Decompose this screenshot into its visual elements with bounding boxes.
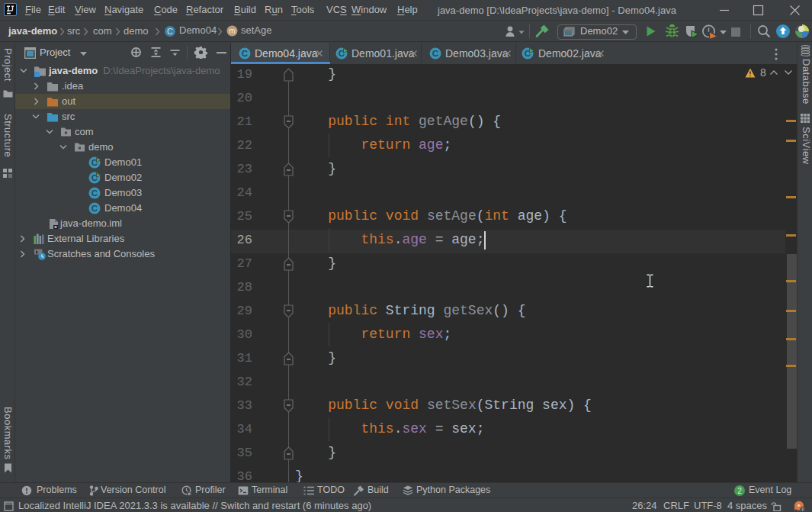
svg-text:C: C [242, 49, 248, 58]
svg-text:C: C [91, 204, 98, 213]
svg-text:C: C [167, 27, 173, 36]
svg-text:m: m [229, 27, 235, 35]
svg-text:C: C [432, 49, 438, 58]
svg-text:C: C [91, 188, 98, 198]
svg-text:2: 2 [737, 487, 742, 495]
